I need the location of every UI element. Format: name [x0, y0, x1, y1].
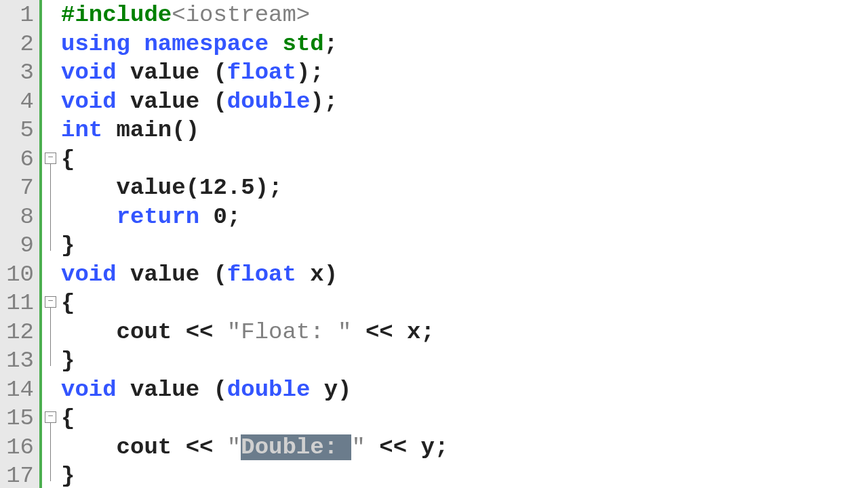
code-line[interactable]: { — [61, 145, 868, 174]
code-line[interactable]: } — [61, 462, 868, 488]
token: value( — [61, 175, 199, 201]
line-number: 15 — [0, 404, 39, 433]
token-kw: float — [227, 262, 296, 287]
token: value ( — [117, 60, 227, 85]
token: ); — [310, 89, 338, 115]
token-kw: void — [61, 89, 117, 115]
token-str: <iostream> — [172, 2, 310, 28]
fold-toggle-icon[interactable]: − — [45, 296, 56, 308]
line-number: 11 — [0, 289, 39, 318]
line-number: 17 — [0, 462, 39, 488]
fold-column: −−− — [42, 0, 61, 488]
line-number: 6 — [0, 145, 39, 174]
code-line[interactable]: value(12.5); — [61, 174, 868, 203]
line-number: 13 — [0, 346, 39, 375]
token: cout << — [61, 434, 227, 460]
token: ; — [324, 31, 338, 57]
code-line[interactable]: return 0; — [61, 203, 868, 232]
token — [130, 31, 144, 57]
token-kw: double — [227, 377, 310, 403]
line-number-gutter: 1234567891011121314151617 — [0, 0, 42, 488]
code-line[interactable]: { — [61, 404, 868, 433]
token: cout << — [61, 319, 227, 345]
token-kw: void — [61, 377, 117, 403]
token: main() — [102, 117, 199, 143]
token: << x; — [351, 319, 434, 345]
token: { — [61, 290, 75, 316]
token: ); — [296, 60, 324, 85]
line-number: 8 — [0, 203, 39, 232]
code-line[interactable]: void value (double y) — [61, 375, 868, 405]
line-number: 7 — [0, 174, 39, 203]
code-line[interactable]: } — [61, 346, 868, 375]
token: } — [61, 232, 75, 258]
token: value ( — [117, 89, 227, 115]
token: value ( — [117, 262, 227, 287]
line-number: 9 — [0, 231, 39, 260]
token: } — [61, 463, 75, 488]
token-num: 0 — [213, 204, 226, 230]
token: y) — [310, 377, 351, 403]
token: } — [61, 348, 75, 373]
token-kw: namespace — [144, 31, 269, 57]
line-number: 5 — [0, 116, 39, 145]
code-line[interactable]: int main() — [61, 116, 868, 145]
code-area[interactable]: #include<iostream>using namespace std;vo… — [61, 0, 868, 488]
token-kw: void — [61, 262, 117, 287]
token-kw: int — [61, 117, 102, 143]
code-line[interactable]: cout << "Double: " << y; — [61, 433, 868, 462]
token-kw: return — [117, 204, 199, 230]
token: << y; — [366, 434, 448, 460]
code-line[interactable]: cout << "Float: " << x; — [61, 318, 868, 347]
token-str: "Float: " — [227, 319, 352, 345]
line-number: 10 — [0, 260, 39, 289]
token-sel: Double: — [241, 434, 351, 460]
line-number: 4 — [0, 87, 39, 117]
code-line[interactable]: void value (float); — [61, 58, 868, 87]
token-pre: std — [282, 31, 323, 57]
token: x) — [296, 262, 338, 287]
fold-toggle-icon[interactable]: − — [45, 411, 56, 423]
token — [199, 204, 213, 230]
token-kw: float — [227, 60, 296, 85]
code-line[interactable]: #include<iostream> — [61, 1, 868, 30]
code-line[interactable]: { — [61, 289, 868, 318]
line-number: 12 — [0, 318, 39, 347]
token: { — [61, 146, 75, 172]
token-num: 12.5 — [199, 175, 255, 201]
token: value ( — [117, 377, 227, 403]
token-str: " — [227, 434, 241, 460]
code-line[interactable]: void value (double); — [61, 87, 868, 117]
token: ; — [227, 204, 241, 230]
token-kw: using — [61, 31, 130, 57]
token-kw: double — [227, 89, 310, 115]
token — [269, 31, 282, 57]
code-line[interactable]: } — [61, 231, 868, 260]
code-line[interactable]: void value (float x) — [61, 260, 868, 289]
code-line[interactable]: using namespace std; — [61, 30, 868, 59]
line-number: 2 — [0, 30, 39, 59]
token-kw: void — [61, 60, 117, 85]
line-number: 1 — [0, 1, 39, 30]
line-number: 16 — [0, 433, 39, 462]
token-str: " — [351, 434, 365, 460]
token-pre: #include — [61, 2, 172, 28]
line-number: 14 — [0, 375, 39, 405]
fold-toggle-icon[interactable]: − — [45, 152, 56, 164]
token: ); — [255, 175, 283, 201]
line-number: 3 — [0, 58, 39, 87]
token — [61, 204, 117, 230]
token: { — [61, 405, 75, 431]
